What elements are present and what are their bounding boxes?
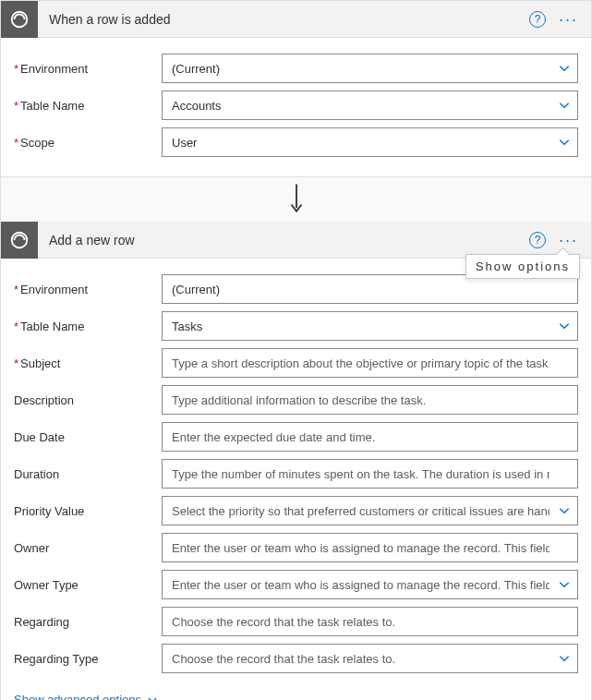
scope-select[interactable] — [162, 127, 578, 157]
table-name-label: Table Name — [14, 99, 162, 113]
regarding-label: Regarding — [14, 615, 162, 629]
trigger-card: When a row is added ? ··· Environment Ta… — [0, 0, 592, 177]
owner-type-select[interactable] — [162, 570, 578, 599]
owner-type-label: Owner Type — [14, 578, 162, 592]
table-name-label: Table Name — [14, 320, 162, 333]
trigger-body: Environment Table Name Scope — [1, 38, 591, 176]
help-icon[interactable]: ? — [529, 11, 546, 28]
environment-select[interactable] — [162, 54, 578, 83]
action-body: Environment Table Name Subject Descripti… — [1, 259, 591, 700]
subject-label: Subject — [14, 356, 162, 370]
priority-label: Priority Value — [14, 504, 162, 518]
scope-label: Scope — [14, 136, 162, 150]
chevron-down-icon — [147, 694, 158, 701]
more-icon[interactable]: ··· — [559, 11, 578, 28]
table-name-select[interactable] — [162, 91, 578, 120]
show-options-tooltip: Show options — [465, 254, 580, 279]
regarding-type-label: Regarding Type — [14, 652, 162, 666]
dataverse-icon — [1, 222, 38, 259]
regarding-input[interactable] — [162, 607, 578, 636]
table-name-select[interactable] — [162, 311, 578, 341]
due-date-label: Due Date — [14, 430, 162, 444]
priority-select[interactable] — [162, 496, 578, 525]
more-icon[interactable]: ··· Show options — [559, 232, 578, 248]
dataverse-icon — [1, 1, 38, 38]
flow-arrow — [0, 177, 592, 222]
owner-input[interactable] — [162, 533, 578, 562]
regarding-type-select[interactable] — [162, 644, 578, 673]
description-label: Description — [14, 393, 162, 407]
due-date-input[interactable] — [162, 422, 578, 452]
trigger-title: When a row is added — [38, 12, 529, 27]
duration-label: Duration — [14, 467, 162, 481]
show-advanced-options[interactable]: Show advanced options — [14, 680, 158, 700]
environment-label: Environment — [14, 283, 162, 296]
subject-input[interactable] — [162, 348, 578, 378]
help-icon[interactable]: ? — [529, 232, 546, 248]
action-header[interactable]: Add a new row ? ··· Show options — [1, 222, 591, 259]
action-title: Add a new row — [38, 233, 529, 247]
environment-select[interactable] — [162, 274, 578, 304]
show-advanced-label: Show advanced options — [14, 693, 141, 700]
action-card: Add a new row ? ··· Show options Environ… — [0, 222, 592, 700]
duration-input[interactable] — [162, 459, 578, 489]
description-input[interactable] — [162, 385, 578, 415]
owner-label: Owner — [14, 541, 162, 555]
environment-label: Environment — [14, 62, 162, 76]
trigger-header[interactable]: When a row is added ? ··· — [1, 1, 591, 38]
